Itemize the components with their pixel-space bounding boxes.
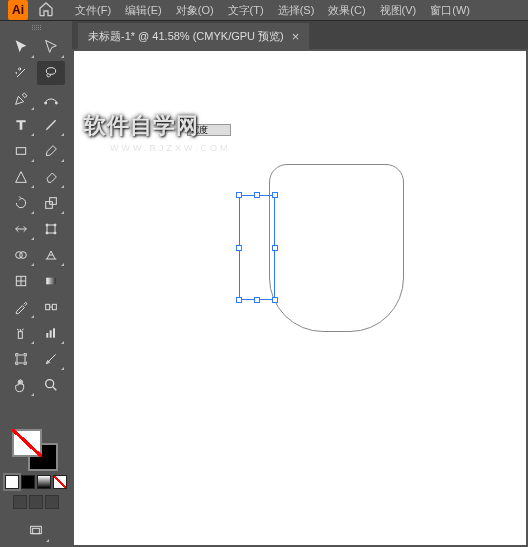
- gradient-tool[interactable]: [37, 269, 65, 293]
- mesh-tool[interactable]: [7, 269, 35, 293]
- zoom-tool[interactable]: [37, 373, 65, 397]
- document-area: 未标题-1* @ 41.58% (CMYK/GPU 预览) × 宽度 软: [72, 21, 528, 547]
- menu-edit[interactable]: 编辑(E): [118, 3, 169, 18]
- home-icon[interactable]: [38, 1, 54, 19]
- svg-rect-19: [50, 330, 52, 337]
- handle-bottom-left[interactable]: [236, 297, 242, 303]
- titlebar: Ai 文件(F) 编辑(E) 对象(O) 文字(T) 选择(S) 效果(C) 视…: [0, 0, 528, 20]
- handle-mid-right[interactable]: [272, 245, 278, 251]
- menu-file[interactable]: 文件(F): [68, 3, 118, 18]
- document-tabbar: 未标题-1* @ 41.58% (CMYK/GPU 预览) ×: [72, 21, 528, 49]
- color-mode-none[interactable]: [53, 475, 67, 489]
- symbol-sprayer-tool[interactable]: [7, 321, 35, 345]
- app-logo: Ai: [8, 0, 28, 20]
- svg-rect-14: [46, 278, 55, 285]
- scale-tool[interactable]: [37, 191, 65, 215]
- color-mode-black[interactable]: [21, 475, 35, 489]
- eyedropper-tool[interactable]: [7, 295, 35, 319]
- eraser-tool[interactable]: [37, 165, 65, 189]
- line-tool[interactable]: [37, 113, 65, 137]
- type-tool[interactable]: [7, 113, 35, 137]
- artwork-rounded-shape[interactable]: [269, 164, 404, 332]
- screen-mode[interactable]: [22, 519, 50, 543]
- draw-behind[interactable]: [29, 495, 43, 509]
- svg-point-22: [46, 380, 54, 388]
- svg-rect-20: [53, 328, 55, 337]
- menu-window[interactable]: 窗口(W): [423, 3, 477, 18]
- close-icon[interactable]: ×: [292, 29, 300, 44]
- color-mode-solid[interactable]: [5, 475, 19, 489]
- curvature-tool[interactable]: [37, 87, 65, 111]
- hand-tool[interactable]: [7, 373, 35, 397]
- lasso-tool[interactable]: [37, 61, 65, 85]
- svg-point-10: [54, 232, 56, 234]
- color-mode-row: [5, 475, 67, 489]
- canvas[interactable]: 宽度 软件自学网 WWW.RJZXW.COM: [74, 51, 526, 545]
- main-menu: 文件(F) 编辑(E) 对象(O) 文字(T) 选择(S) 效果(C) 视图(V…: [68, 3, 477, 18]
- watermark-text: 软件自学网: [84, 111, 199, 141]
- magic-wand-tool[interactable]: [7, 61, 35, 85]
- svg-point-0: [46, 68, 55, 75]
- tooltip-label: 宽度: [187, 124, 231, 136]
- svg-rect-16: [52, 304, 56, 309]
- document-tab-title: 未标题-1* @ 41.58% (CMYK/GPU 预览): [88, 29, 284, 44]
- width-tool[interactable]: [7, 217, 35, 241]
- menu-type[interactable]: 文字(T): [221, 3, 271, 18]
- perspective-grid-tool[interactable]: [37, 243, 65, 267]
- draw-modes: [13, 495, 59, 509]
- paintbrush-tool[interactable]: [37, 139, 65, 163]
- svg-point-8: [54, 224, 56, 226]
- svg-rect-5: [50, 198, 57, 205]
- pen-tool[interactable]: [7, 87, 35, 111]
- column-graph-tool[interactable]: [37, 321, 65, 345]
- selection-tool[interactable]: [7, 35, 35, 59]
- draw-inside[interactable]: [45, 495, 59, 509]
- handle-top-mid[interactable]: [254, 192, 260, 198]
- svg-point-12: [20, 252, 27, 259]
- handle-mid-left[interactable]: [236, 245, 242, 251]
- handle-bottom-right[interactable]: [272, 297, 278, 303]
- handle-top-right[interactable]: [272, 192, 278, 198]
- selection-bounding-box[interactable]: [239, 195, 275, 300]
- document-tab[interactable]: 未标题-1* @ 41.58% (CMYK/GPU 预览) ×: [78, 23, 309, 49]
- menu-effect[interactable]: 效果(C): [321, 3, 372, 18]
- svg-rect-24: [33, 528, 40, 533]
- svg-point-9: [46, 232, 48, 234]
- svg-rect-4: [46, 202, 53, 209]
- shape-builder-tool[interactable]: [7, 243, 35, 267]
- svg-rect-17: [18, 332, 22, 339]
- slice-tool[interactable]: [37, 347, 65, 371]
- fill-swatch[interactable]: [12, 429, 42, 457]
- svg-rect-6: [47, 225, 55, 233]
- svg-point-7: [46, 224, 48, 226]
- panel-grip[interactable]: [16, 25, 56, 31]
- blend-tool[interactable]: [37, 295, 65, 319]
- svg-rect-18: [46, 333, 48, 338]
- rectangle-tool[interactable]: [7, 139, 35, 163]
- artboard-tool[interactable]: [7, 347, 35, 371]
- svg-rect-15: [46, 304, 50, 309]
- svg-rect-21: [17, 355, 25, 363]
- svg-rect-3: [16, 148, 25, 155]
- draw-normal[interactable]: [13, 495, 27, 509]
- watermark-url: WWW.RJZXW.COM: [110, 143, 230, 153]
- menu-select[interactable]: 选择(S): [271, 3, 322, 18]
- handle-bottom-mid[interactable]: [254, 297, 260, 303]
- menu-view[interactable]: 视图(V): [373, 3, 424, 18]
- color-mode-gradient[interactable]: [37, 475, 51, 489]
- menu-object[interactable]: 对象(O): [169, 3, 221, 18]
- handle-top-left[interactable]: [236, 192, 242, 198]
- svg-point-1: [45, 102, 47, 104]
- toolbar: [0, 21, 72, 547]
- empty-slot: [7, 399, 35, 423]
- direct-selection-tool[interactable]: [37, 35, 65, 59]
- shaper-tool[interactable]: [7, 165, 35, 189]
- svg-point-2: [55, 102, 57, 104]
- free-transform-tool[interactable]: [37, 217, 65, 241]
- rotate-tool[interactable]: [7, 191, 35, 215]
- fill-stroke-swatch[interactable]: [6, 429, 66, 473]
